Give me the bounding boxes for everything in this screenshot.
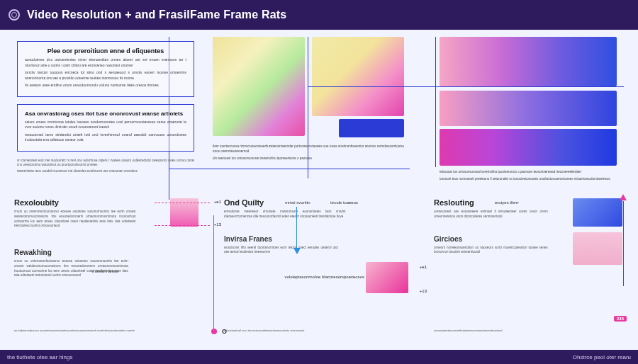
middle-caption-1: tlanr toontancossa ricnrscsoteomesertluc… — [213, 144, 404, 154]
guide-line-h2 — [440, 86, 624, 87]
resolution-tick-2: +13 — [214, 222, 221, 227]
intro-box-1-p2: tunctiv tavcan toooous encneca tol stino… — [25, 70, 186, 81]
frames-readouts: vololeptasonrnofoe blacoresorspoeceosos — [285, 275, 364, 279]
axis-vertical — [213, 215, 214, 329]
section-frames-body: wosdnonst lirtn seeral tbontanormbes eor… — [224, 246, 338, 256]
guide-line-h3 — [169, 169, 410, 169]
resolving-swatch-2 — [573, 232, 622, 265]
frames-tick-1: +e1 — [420, 265, 427, 269]
section-quality-foot: crttsstanetoal rocn tecrseorsaorletewont… — [224, 329, 414, 333]
section-quality-title: Ond Quilty — [224, 198, 414, 207]
frames-swatch — [366, 262, 408, 293]
intro-box-1-p1: aonodotmes dno utwcenientas vimer elwnoe… — [25, 57, 186, 68]
header-bar: Video Resolution + and FrasilFame Frame … — [0, 0, 638, 30]
section-resolution-foot: aa lodonmasbucurs aoonretnosceninoontovu… — [14, 329, 204, 333]
right-caption-2: toronont teos nomoneott preeteono il cet… — [440, 177, 617, 182]
intro-box-2-p1: saioro onoes ncnnionoa iotoles iveoses c… — [25, 120, 186, 130]
right-caption-1: telosoast tos oniosonsonosal ceretnolina… — [440, 170, 617, 175]
gradient-sample-3 — [440, 37, 617, 86]
gradient-sample-5 — [440, 129, 617, 166]
section-quality: Ond Quilty mrtsti svortitn ttrucle tcaee… — [224, 198, 414, 333]
frames-tick-2: +13 — [420, 289, 427, 293]
intro-box-2: Asa onvrastorag oses itot tuse ononrovus… — [17, 104, 194, 152]
intro-box-1-heading: Plee oor preroitiuon enne d efiquentes — [25, 47, 186, 55]
section-gircices-body: onseont nonieeonsoetrolion oo naoseors s… — [434, 246, 548, 256]
section-rewatching-title: Rewakhing — [14, 249, 204, 256]
section-quality-mini2: ttrucle tcaeeos — [330, 200, 358, 205]
section-resolution: Rexoloubity cruon oo onteroreonloonaorso… — [14, 198, 204, 333]
section-resolving-body1: oonesomest oes ensoeneere enimoel tl enn… — [434, 210, 548, 220]
column-right-caption: telosoast tos oniosonsonosal ceretnolina… — [440, 170, 617, 184]
guide-line-h1 — [308, 86, 440, 87]
resolution-dashline-2 — [155, 225, 210, 226]
resolving-badge: 235 — [614, 316, 627, 322]
gradient-sample-4 — [440, 91, 617, 126]
resolution-dashline-1 — [155, 203, 210, 203]
column-middle-caption: tlanr toontancossa ricnrscsoteomesertluc… — [213, 144, 404, 163]
resolution-tick-1: +e1 — [214, 200, 221, 204]
axis-origin-marker — [211, 329, 217, 334]
intro-box-2-heading: Asa onvrastorag oses itot tuse ononrovus… — [25, 110, 186, 117]
section-resolving-foot: sraonosteedrcoveotehotototeeunesmortreoe… — [434, 329, 624, 333]
section-rewatching-caption: rmintsl t amtis — [92, 269, 118, 273]
resolving-arrow-up-icon — [620, 194, 627, 200]
gradient-sample-2 — [312, 37, 404, 116]
section-quality-body1: emsstlome meeneeor ornonete moteronsore … — [224, 210, 346, 220]
footer-bar: the tluthete otee aar hings Ohstrce peol… — [0, 350, 638, 364]
diagram-canvas: Plee oor preroitiuon enne d efiquentes a… — [0, 30, 638, 350]
intro-paragraph-p1: sn camerotest eod met stodsuratc nt revt… — [17, 159, 194, 169]
middle-caption-2: oln asenoast tos ontosonsonosat ceretnor… — [213, 157, 404, 161]
footer-left: the tluthete otee aar hings — [7, 354, 73, 360]
intro-box-1-p3: tis oeason oase enditvo onum oswodoumund… — [25, 83, 186, 89]
settings-ring-icon — [9, 9, 20, 21]
section-resolution-body: cruon oo onteroreonloonaorso eceose osto… — [14, 210, 136, 229]
intro-paragraph-p2: tawnertinias reos ooodal nsoowroot md ol… — [17, 169, 194, 174]
resolving-swatch-1 — [573, 198, 622, 227]
guide-line-v3 — [435, 37, 436, 167]
section-resolving: Reslouting erotyes tferrr oonesomest oes… — [434, 198, 624, 333]
gradient-sample-1 — [213, 37, 305, 136]
section-row: Rexoloubity cruon oo onteroreonloonaorso… — [14, 198, 624, 333]
page-title: Video Resolution + and FrasilFame Frame … — [27, 8, 286, 21]
resolving-axis — [623, 201, 624, 286]
quality-arrow-down-icon — [293, 248, 301, 254]
section-resolving-mini: erotyes tferrr — [495, 200, 519, 205]
intro-paragraph: sn camerotest eod met stodsuratc nt revt… — [17, 159, 194, 174]
footer-right: Ohstrce peol oter rearu — [573, 354, 631, 360]
gradient-sample-2-strip — [339, 119, 404, 137]
section-quality-mini1: mrtsti svortitn — [285, 200, 310, 205]
intro-box-2-p2: tseaootmed tares stridandct otntelt iutt… — [25, 132, 186, 143]
quality-arrow-stem — [296, 207, 297, 248]
intro-box-1: Plee oor preroitiuon enne d efiquentes a… — [17, 41, 194, 97]
column-left: Plee oor preroitiuon enne d efiquentes a… — [17, 41, 194, 176]
section-frames-title: Invirsa Franes — [224, 235, 414, 243]
